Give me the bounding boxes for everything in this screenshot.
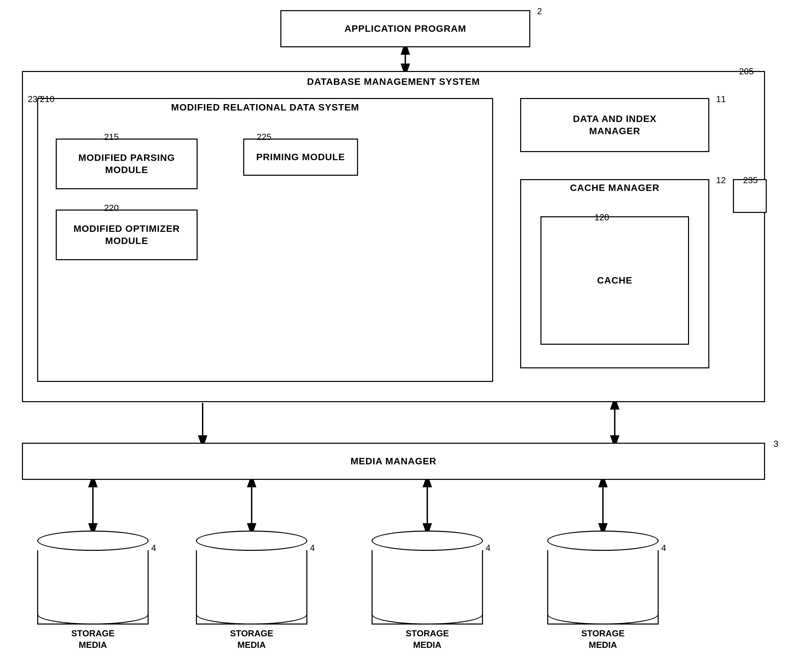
cache-box: CACHE [540,216,689,345]
cyl-label-4: STORAGE MEDIA [581,628,625,651]
cache-label: CACHE [597,274,633,287]
cyl-bottom-2 [196,604,307,624]
cyl-bottom-1 [37,604,149,624]
mrds-title: MODIFIED RELATIONAL DATA SYSTEM [37,101,493,114]
cyl-top-1 [37,531,149,551]
cache-manager-title: CACHE MANAGER [520,182,709,194]
priming-module-label: PRIMING MODULE [257,151,345,163]
ref-3: 3 [774,439,778,449]
ref-4d: 4 [661,543,666,553]
ref-235: 235 [743,175,758,186]
ref-220: 220 [104,203,118,213]
data-index-manager-box: DATA AND INDEX MANAGER [520,98,709,152]
parsing-module-box: MODIFIED PARSING MODULE [56,139,198,189]
cyl-body-2 [196,550,307,624]
parsing-module-label: MODIFIED PARSING MODULE [79,152,175,177]
cyl-bottom-4 [547,604,659,624]
cyl-top-3 [371,531,483,551]
cyl-label-2: STORAGE MEDIA [230,628,273,651]
optimizer-module-label: MODIFIED OPTIMIZER MODULE [73,223,180,248]
media-manager-box: MEDIA MANAGER [22,443,765,480]
cyl-body-1 [37,550,149,624]
media-manager-label: MEDIA MANAGER [351,455,437,467]
dbms-title: DATABASE MANAGEMENT SYSTEM [22,74,765,88]
cylinder-2: STORAGE MEDIA 4 [196,531,307,659]
app-program-box: APPLICATION PROGRAM [280,10,530,47]
ref-205: 205 [739,66,754,77]
cyl-body-4 [547,550,659,624]
priming-module-box: PRIMING MODULE [243,139,358,176]
cyl-body-3 [371,550,483,624]
cyl-bottom-3 [371,604,483,624]
ref-11: 11 [716,94,726,104]
cyl-top-4 [547,531,659,551]
cylinder-1: STORAGE MEDIA 4 [37,531,149,659]
cylinder-4: STORAGE MEDIA 4 [547,531,659,659]
data-index-manager-label: DATA AND INDEX MANAGER [573,113,656,137]
ref-210: 210 [40,94,54,104]
ref-4c: 4 [486,543,491,553]
ref-2: 2 [537,6,542,17]
cylinder-3: STORAGE MEDIA 4 [371,531,483,659]
cyl-label-3: STORAGE MEDIA [406,628,449,651]
ref-225: 225 [257,132,271,142]
cyl-label-1: STORAGE MEDIA [71,628,115,651]
ref-4b: 4 [310,543,315,553]
ref-4a: 4 [151,543,156,553]
ref-120: 120 [595,212,609,223]
optimizer-module-box: MODIFIED OPTIMIZER MODULE [56,210,198,260]
cyl-top-2 [196,531,307,551]
app-program-label: APPLICATION PROGRAM [345,23,466,35]
diagram-container: APPLICATION PROGRAM 2 DATABASE MANAGEMEN… [0,0,812,659]
ref-12: 12 [716,175,726,186]
ref-215: 215 [104,132,118,142]
